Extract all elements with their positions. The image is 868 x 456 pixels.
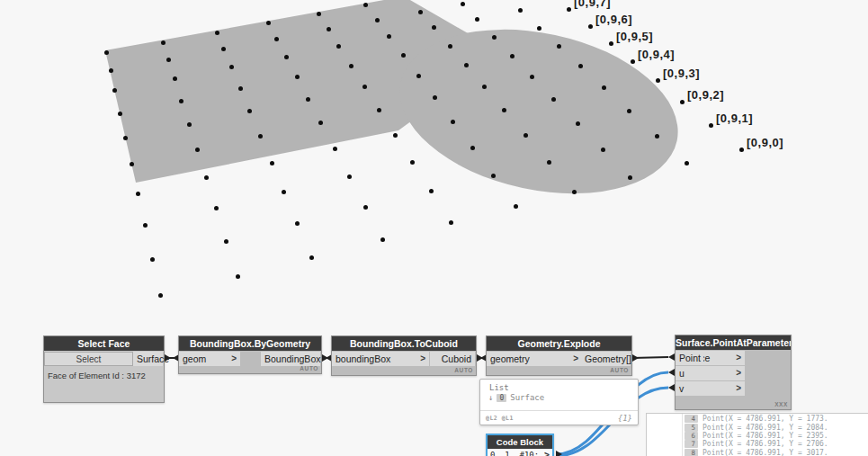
output-list-panel[interactable]: 4Point(X = 4786.991, Y = 1773.5Point(X =…: [646, 413, 868, 456]
arrow-down-icon: ↓: [488, 393, 493, 402]
port-out-point[interactable]: Point: [676, 351, 703, 365]
code-block-code[interactable]: 0..1..#10;: [490, 451, 539, 456]
port-in-u[interactable]: u >: [676, 366, 745, 380]
chevron-right-icon: >: [420, 352, 425, 366]
preview-list-item: ↓ 0 Surface: [488, 393, 638, 402]
output-list-row: 6Point(X = 4786.991, Y = 2395.: [685, 432, 868, 440]
row-point-text: Point(X = 4786.991, Y = 3017.: [702, 449, 828, 456]
port-out-geometry-array[interactable]: Geometry[]: [581, 352, 631, 366]
output-list-row: 5Point(X = 4786.991, Y = 2084.: [685, 423, 868, 431]
port-label: boundingBox: [336, 352, 390, 366]
node-title[interactable]: BoundingBox.ByGeometry: [179, 336, 321, 351]
selected-element-text: Face of Element Id : 3172: [48, 371, 146, 380]
chevron-right-icon: >: [736, 381, 741, 396]
node-code-block[interactable]: Code Block 0..1..#10; >: [486, 434, 554, 456]
row-index-badge: 5: [685, 424, 698, 432]
row-index-badge: 8: [685, 449, 698, 456]
chevron-right-icon: >: [231, 352, 237, 366]
port-label: v: [679, 381, 684, 396]
node-select-face[interactable]: Select Face Select Surface Face of Eleme…: [43, 335, 165, 403]
port-out-surface[interactable]: Surface: [133, 352, 163, 366]
select-button[interactable]: Select: [44, 352, 133, 366]
node-title[interactable]: Select Face: [44, 336, 164, 351]
row-point-text: Point(X = 4786.991, Y = 2395.: [702, 432, 828, 440]
input-nub-icon: [668, 353, 675, 361]
node-surface-pointatparameter[interactable]: Surface.PointAtParameter surface > u > v…: [675, 335, 792, 410]
preview-bubble[interactable]: List ↓ 0 Surface @L2 @L1 {1}: [479, 379, 639, 425]
output-nub-icon: [632, 354, 639, 362]
node-title[interactable]: Code Block: [488, 435, 552, 449]
node-title[interactable]: Surface.PointAtParameter: [676, 335, 791, 350]
node-geometry-explode[interactable]: Geometry.Explode geometry > Geometry[] A…: [486, 335, 632, 376]
port-in-geometry[interactable]: geometry >: [487, 352, 582, 366]
row-index-badge: 4: [685, 415, 698, 423]
lacing-badge[interactable]: AUTO: [454, 367, 473, 373]
node-boundingbox-bygeometry[interactable]: BoundingBox.ByGeometry geom > BoundingBo…: [178, 335, 322, 374]
port-in-boundingbox[interactable]: boundingBox >: [332, 352, 429, 366]
lacing-badge[interactable]: AUTO: [610, 367, 629, 373]
input-nub-icon: [668, 369, 675, 376]
preview-list-header: List: [480, 380, 638, 392]
lacing-badge[interactable]: AUTO: [300, 365, 318, 371]
chevron-right-icon: >: [573, 352, 578, 366]
list-count: {1}: [618, 414, 632, 423]
node-title[interactable]: BoundingBox.ToCuboid: [332, 336, 476, 351]
node-title[interactable]: Geometry.Explode: [487, 336, 631, 351]
row-index-badge: 7: [685, 440, 698, 448]
port-out-boundingbox[interactable]: BoundingBox: [261, 352, 320, 366]
chevron-right-icon: >: [736, 351, 741, 365]
port-label: u: [679, 366, 685, 380]
row-point-text: Point(X = 4786.991, Y = 2706.: [702, 440, 828, 448]
output-list-row: 7Point(X = 4786.991, Y = 2706.: [685, 440, 868, 448]
row-index-badge: 6: [685, 432, 698, 440]
output-list-row: 4Point(X = 4786.991, Y = 1773.: [685, 415, 868, 423]
row-point-text: Point(X = 4786.991, Y = 2084.: [702, 424, 828, 432]
item-type: Surface: [510, 393, 544, 402]
chevron-right-icon: >: [736, 366, 741, 380]
lacing-badge[interactable]: XXX: [774, 401, 788, 407]
list-levels[interactable]: @L2 @L1: [486, 415, 514, 422]
port-label: geom: [183, 352, 206, 366]
dynamo-workspace[interactable]: [0,9,0][0,9,1][0,9,2][0,9,3][0,9,4][0,9,…: [0, 0, 868, 456]
port-in-v[interactable]: v >: [676, 381, 745, 396]
port-label: geometry: [490, 352, 530, 366]
item-index-badge: 0: [497, 394, 506, 402]
chevron-right-icon: >: [544, 450, 550, 456]
node-boundingbox-tocuboid[interactable]: BoundingBox.ToCuboid boundingBox > Cuboi…: [331, 335, 477, 376]
panel-divider: [682, 414, 683, 456]
row-point-text: Point(X = 4786.991, Y = 1773.: [702, 415, 828, 423]
input-nub-icon: [668, 384, 675, 391]
output-rows: 4Point(X = 4786.991, Y = 1773.5Point(X =…: [685, 415, 868, 456]
port-in-geom[interactable]: geom >: [179, 352, 240, 366]
output-list-row: 8Point(X = 4786.991, Y = 3017.: [685, 449, 868, 456]
port-out-cuboid[interactable]: Cuboid: [430, 352, 475, 366]
